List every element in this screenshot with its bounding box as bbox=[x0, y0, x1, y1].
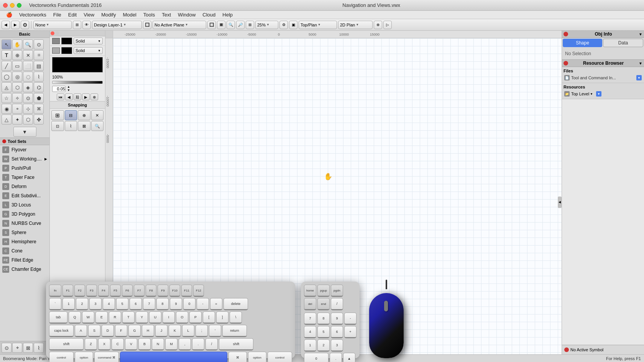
curve-tool[interactable]: ⌇ bbox=[34, 72, 44, 82]
key-space[interactable] bbox=[120, 352, 227, 362]
menu-edit[interactable]: Edit bbox=[65, 11, 80, 18]
fit-to-page-button[interactable]: ⊞ bbox=[246, 21, 254, 29]
key-u[interactable]: U bbox=[149, 311, 161, 324]
key-y[interactable]: Y bbox=[136, 311, 148, 324]
menu-window[interactable]: Window bbox=[175, 11, 199, 18]
bottom-tool1[interactable]: ⊙ bbox=[2, 343, 12, 353]
nav-back-button[interactable]: ◀ bbox=[2, 21, 10, 29]
edit-tool[interactable]: ⊹ bbox=[23, 104, 33, 114]
render-settings-button[interactable]: ⚙ bbox=[279, 21, 288, 29]
key-lcmd[interactable]: command ⌘ bbox=[94, 352, 119, 362]
key-f6[interactable]: F6 bbox=[122, 285, 133, 297]
panel-resize-handle[interactable]: ◀ bbox=[558, 197, 562, 208]
key-lalt[interactable]: option bbox=[75, 352, 93, 362]
snap-btn5[interactable]: ⊡ bbox=[51, 121, 64, 131]
pattern-tool[interactable]: ⚬ bbox=[12, 104, 22, 114]
attr-min[interactable] bbox=[55, 31, 59, 35]
np-del[interactable]: del bbox=[304, 298, 316, 310]
key-f11[interactable]: F11 bbox=[181, 285, 192, 297]
expand-icon[interactable]: ▼ bbox=[639, 32, 642, 36]
key-f1[interactable]: F1 bbox=[62, 285, 73, 297]
key-fn[interactable]: fn bbox=[49, 285, 61, 297]
key-comma[interactable]: , bbox=[179, 338, 191, 351]
snap-settings-button[interactable]: ⚙ bbox=[21, 21, 29, 29]
np-slash[interactable]: / bbox=[331, 298, 343, 310]
toolset-3d-locus[interactable]: L 3D Locus bbox=[0, 200, 49, 210]
nav-forward-button[interactable]: ▶ bbox=[11, 21, 20, 29]
playback-chain[interactable]: ⛓ bbox=[74, 93, 81, 100]
snap-disable-btn[interactable]: ✕ bbox=[91, 110, 104, 120]
dimension-tool[interactable]: ⊙ bbox=[23, 93, 33, 103]
more-tool1[interactable]: △ bbox=[2, 115, 12, 124]
menu-file[interactable]: File bbox=[50, 11, 64, 18]
layer-options-button[interactable]: ⊞ bbox=[73, 21, 81, 29]
menu-modify[interactable]: Modify bbox=[98, 11, 119, 18]
more-tool4[interactable]: ✤ bbox=[34, 115, 44, 124]
toolset-fillet-edge[interactable]: FE Fillet Edge bbox=[0, 256, 49, 265]
np-2[interactable]: 2 bbox=[317, 339, 330, 352]
maximize-button[interactable] bbox=[17, 3, 21, 8]
key-rshift[interactable]: shift bbox=[219, 338, 253, 351]
key-f10[interactable]: F10 bbox=[169, 285, 180, 297]
render-dropdown[interactable]: 2D Plan ▼ bbox=[338, 21, 373, 29]
key-o[interactable]: O bbox=[176, 311, 188, 324]
key-0[interactable]: 0 bbox=[183, 298, 196, 310]
np-1[interactable]: 1 bbox=[304, 339, 316, 352]
snap-search-btn[interactable]: 🔍 bbox=[91, 121, 104, 131]
np-minus[interactable]: - bbox=[344, 313, 356, 325]
key-v[interactable]: V bbox=[125, 338, 137, 351]
toolset-deform[interactable]: D Deform bbox=[0, 182, 49, 191]
poly-tool[interactable]: ▤ bbox=[34, 61, 44, 71]
np-dot[interactable]: . bbox=[330, 353, 342, 362]
np-up[interactable]: ▲ bbox=[343, 353, 355, 362]
key-a[interactable]: A bbox=[75, 325, 87, 337]
toolset-hemisphere[interactable]: H Hemisphere bbox=[0, 237, 49, 246]
layer-vis-button[interactable]: 👁 bbox=[82, 21, 91, 29]
polygon-tool[interactable]: ⬡ bbox=[12, 82, 22, 92]
key-quote[interactable]: ' bbox=[209, 325, 221, 337]
bottom-tool3[interactable]: ⊠ bbox=[23, 343, 33, 353]
key-s[interactable]: S bbox=[88, 325, 100, 337]
star-tool[interactable]: ☆ bbox=[2, 93, 12, 103]
key-backtick[interactable]: ` bbox=[49, 298, 61, 310]
key-rctrl[interactable]: control bbox=[268, 352, 292, 362]
color-swatch[interactable] bbox=[52, 57, 103, 72]
key-8[interactable]: 8 bbox=[156, 298, 169, 310]
playback-more[interactable]: ⊕ bbox=[90, 93, 98, 100]
key-rbracket[interactable]: ] bbox=[216, 311, 228, 324]
rect-tool[interactable]: ▭ bbox=[12, 61, 22, 71]
key-c[interactable]: C bbox=[112, 338, 124, 351]
key-n[interactable]: N bbox=[152, 338, 164, 351]
key-f12[interactable]: F12 bbox=[193, 285, 204, 297]
np-8[interactable]: 8 bbox=[317, 313, 330, 325]
key-slash[interactable]: / bbox=[205, 338, 218, 351]
toolset-chamfer-edge[interactable]: CE Chamfer Edge bbox=[0, 265, 49, 274]
key-period[interactable]: . bbox=[192, 338, 204, 351]
np-0[interactable]: 0 bbox=[304, 353, 329, 362]
np-4[interactable]: 4 bbox=[304, 326, 316, 338]
line-color[interactable] bbox=[61, 47, 72, 54]
np-9[interactable]: 9 bbox=[331, 313, 343, 325]
menu-apple[interactable]: 🍎 bbox=[3, 11, 15, 18]
key-r[interactable]: R bbox=[109, 311, 121, 324]
np-7[interactable]: 7 bbox=[304, 313, 316, 325]
cross-tool[interactable]: ✕ bbox=[23, 50, 33, 60]
snap-obj-btn[interactable]: ⊟ bbox=[65, 110, 77, 120]
line-style-dropdown[interactable]: Solid ▼ bbox=[74, 47, 103, 54]
thickness-up[interactable]: ▲ bbox=[67, 85, 70, 88]
tool-expand-button[interactable]: ▼ bbox=[13, 127, 36, 137]
triangle-tool[interactable]: ◬ bbox=[2, 82, 12, 92]
menu-model[interactable]: Model bbox=[120, 11, 139, 18]
text-tool[interactable]: T bbox=[2, 50, 12, 60]
np-pgdn[interactable]: pgdn bbox=[331, 285, 343, 297]
arc-tool[interactable]: ◌ bbox=[23, 72, 33, 82]
np-5[interactable]: 5 bbox=[317, 326, 330, 338]
square-tool[interactable]: ⬜ bbox=[23, 61, 33, 71]
key-backslash[interactable]: \ bbox=[230, 311, 242, 324]
toolset-3d-polygon[interactable]: G 3D Polygon bbox=[0, 210, 49, 219]
key-tab[interactable]: tab bbox=[49, 311, 67, 324]
key-caps[interactable]: caps lock bbox=[49, 325, 74, 337]
key-i[interactable]: I bbox=[163, 311, 175, 324]
stamp-tool[interactable]: ◉ bbox=[2, 104, 12, 114]
playback-prev[interactable]: ◀ bbox=[65, 93, 73, 100]
